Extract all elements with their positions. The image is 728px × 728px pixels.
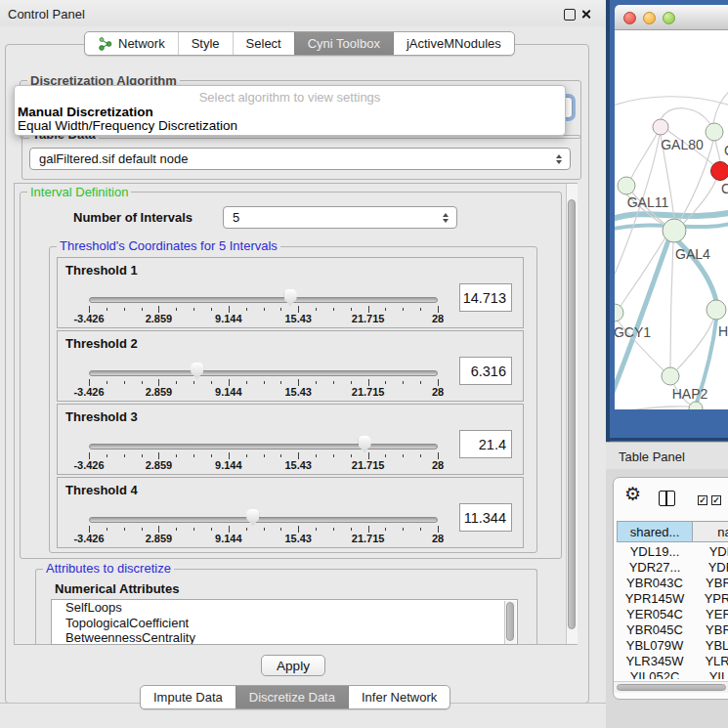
node-label: GAL11 (627, 194, 669, 210)
network-edge[interactable] (615, 97, 728, 108)
slider-tick-label: 15.43 (284, 313, 312, 324)
threshold-slider-track[interactable] (89, 370, 438, 376)
tab-style-label: Style (192, 36, 220, 51)
table-row[interactable]: YPR145WYPR145W (614, 591, 728, 607)
apply-button[interactable]: Apply (261, 655, 325, 676)
network-node[interactable] (707, 300, 726, 320)
slider-tick (403, 528, 404, 531)
settings-scrollbar[interactable] (566, 184, 578, 644)
network-node[interactable] (706, 123, 723, 141)
tab-infer-network[interactable]: Infer Network (348, 686, 450, 708)
table-row[interactable]: YBR043CYBR043C (614, 576, 728, 591)
tab-jactivemnodules[interactable]: jActiveMNodules (393, 32, 514, 55)
attributes-group-title: Attributes to discretize (43, 562, 174, 575)
table-row[interactable]: YER054CYER054C (614, 607, 728, 622)
slider-tick-label: 15.43 (284, 386, 312, 398)
slider-tick (333, 381, 334, 384)
threshold-slider-track[interactable] (89, 517, 438, 523)
slider-tick (420, 308, 421, 311)
checkbox-select-icon[interactable]: ✓ (711, 495, 721, 505)
slider-knob[interactable] (191, 363, 203, 379)
slider-tick (246, 454, 247, 457)
tab-cyni-toolbox[interactable]: Cyni Toolbox (294, 32, 393, 55)
slider-knob[interactable] (359, 436, 371, 452)
slider-tick-label: 28 (432, 386, 444, 398)
network-node[interactable] (689, 402, 703, 409)
threshold-value-field[interactable]: 14.713 (459, 283, 512, 312)
table-row[interactable]: YIL052CYIL052C (614, 669, 728, 679)
table-data-combobox[interactable]: galFiltered.sif default node (29, 148, 571, 170)
float-window-icon[interactable] (564, 9, 576, 21)
network-edge[interactable] (713, 89, 728, 123)
network-node[interactable] (711, 162, 728, 181)
network-edge[interactable] (615, 407, 689, 409)
network-edge[interactable] (615, 240, 668, 397)
slider-tick (229, 379, 230, 386)
number-of-intervals-value: 5 (233, 210, 239, 225)
network-canvas[interactable]: GAL80GACGAL11GAL4HGCY1HAP2 (615, 30, 728, 409)
slider-tick-label: 21.715 (352, 459, 385, 471)
network-edge[interactable] (661, 108, 710, 124)
slider-tick (368, 526, 369, 533)
slider-knob[interactable] (284, 289, 297, 306)
network-node[interactable] (663, 219, 686, 242)
number-of-intervals-combobox[interactable]: 5 (223, 206, 457, 229)
attribute-item[interactable]: SelfLoops (52, 600, 517, 616)
tab-style[interactable]: Style (178, 32, 233, 55)
tab-network[interactable]: Network (85, 32, 178, 55)
close-icon[interactable] (580, 9, 591, 20)
network-edge[interactable] (670, 242, 673, 367)
table-scrollbar-thumb[interactable] (617, 684, 726, 691)
minimize-traffic-light-icon[interactable] (643, 12, 656, 24)
table-row[interactable]: YDR27...YDR27... (614, 560, 728, 576)
threshold-slider-track[interactable] (89, 444, 438, 450)
table-row[interactable]: YBR045CYBR045C (614, 622, 728, 638)
attributes-list-scrollbar[interactable] (504, 601, 516, 644)
dropdown-option-equal-width-frequency[interactable]: Equal Width/Frequency Discretization (18, 118, 237, 133)
tab-discretize-data[interactable]: Discretize Data (236, 686, 348, 708)
column-header-name[interactable]: name (693, 521, 728, 542)
slider-tick (403, 454, 404, 457)
tab-impute-data[interactable]: Impute Data (141, 686, 236, 708)
network-node[interactable] (618, 177, 635, 194)
slider-tick (211, 528, 212, 531)
slider-tick-label: -3.426 (73, 533, 104, 544)
close-traffic-light-icon[interactable] (623, 12, 636, 24)
settings-scrollbar-thumb[interactable] (568, 199, 576, 629)
table-row[interactable]: YLR345WYLR345W (614, 654, 728, 669)
columns-icon[interactable] (659, 491, 675, 506)
tab-select[interactable]: Select (233, 32, 294, 55)
threshold-value-field[interactable]: 11.344 (459, 503, 512, 532)
network-node[interactable] (662, 367, 679, 385)
network-edge[interactable] (715, 141, 720, 161)
table-row[interactable]: YBL079WYBL079W (614, 638, 728, 654)
dropdown-option-manual-discretization[interactable]: Manual Discretization (18, 105, 153, 119)
numerical-attributes-list[interactable]: SelfLoopsTopologicalCoefficientBetweenne… (51, 599, 518, 645)
column-header-shared-name[interactable]: shared... (617, 521, 693, 542)
slider-tick (107, 454, 107, 457)
threshold-slider-track[interactable] (89, 297, 438, 303)
network-edge[interactable] (631, 134, 657, 178)
checkbox-select-icon[interactable]: ✓ (698, 495, 707, 505)
zoom-traffic-light-icon[interactable] (663, 12, 675, 24)
table-row[interactable]: YDL19...YDL19... (614, 544, 728, 560)
table-horizontal-scrollbar[interactable] (614, 681, 728, 693)
slider-tick (211, 454, 212, 457)
network-window-titlebar[interactable] (615, 5, 728, 30)
network-node[interactable] (615, 304, 623, 321)
slider-knob[interactable] (246, 509, 259, 526)
slider-tick (438, 306, 439, 313)
slider-tick-label: 28 (432, 313, 444, 324)
attribute-item[interactable]: BetweennessCentrality (52, 630, 517, 645)
attribute-item[interactable]: TopologicalCoefficient (52, 616, 517, 631)
number-of-intervals-label: Number of Intervals (73, 210, 193, 225)
threshold-value-field[interactable]: 6.316 (459, 357, 512, 385)
gear-icon[interactable]: ⚙ (624, 485, 641, 503)
node-label: GAL80 (661, 137, 704, 152)
threshold-value-field[interactable]: 21.4 (459, 430, 512, 458)
slider-tick (107, 528, 107, 531)
network-node[interactable] (653, 119, 668, 135)
slider-tick-label: 9.144 (215, 313, 242, 324)
network-edge[interactable] (680, 141, 713, 220)
slider-tick (229, 526, 230, 533)
